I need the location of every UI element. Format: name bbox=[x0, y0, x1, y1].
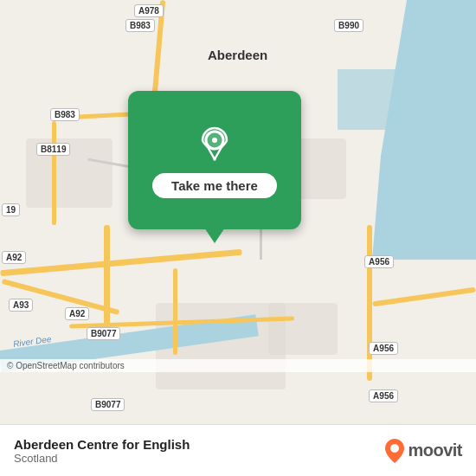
label-a956-bottom: A956 bbox=[369, 342, 398, 355]
label-a19: 19 bbox=[2, 203, 20, 216]
label-b8119: B8119 bbox=[36, 143, 70, 156]
label-a92-mid: A92 bbox=[2, 251, 26, 264]
label-a92-bot: A92 bbox=[65, 307, 89, 320]
label-a93: A93 bbox=[9, 299, 33, 312]
city-label: Aberdeen bbox=[208, 48, 267, 62]
urban-block bbox=[268, 303, 338, 355]
road-a956-vertical bbox=[367, 225, 372, 381]
label-b983-top: B983 bbox=[125, 19, 155, 32]
label-a978: A978 bbox=[134, 4, 164, 17]
location-info: Aberdeen Centre for English Scotland bbox=[14, 437, 190, 465]
map-container: River Dee B990 B983 B983 B8119 19 A92 A9… bbox=[0, 0, 476, 424]
take-me-there-button[interactable]: Take me there bbox=[152, 173, 277, 198]
moovit-logo: moovit bbox=[385, 439, 462, 463]
moovit-brand-text: moovit bbox=[408, 441, 462, 460]
label-a956-bot2: A956 bbox=[369, 389, 398, 402]
road-b8119 bbox=[52, 121, 56, 225]
harbor-water bbox=[338, 69, 407, 130]
label-b9077-right: B9077 bbox=[91, 398, 125, 411]
moovit-pin-icon bbox=[385, 439, 404, 463]
location-title: Aberdeen Centre for English bbox=[14, 437, 190, 452]
road-b9077-vertical bbox=[173, 268, 177, 355]
svg-point-2 bbox=[213, 158, 216, 161]
label-b990: B990 bbox=[334, 19, 363, 32]
location-subtitle: Scotland bbox=[14, 452, 190, 465]
copyright-bar: © OpenStreetMap contributors bbox=[0, 359, 476, 372]
location-pin-icon bbox=[194, 123, 235, 164]
road-a92-vertical bbox=[104, 225, 110, 329]
label-a956-top: A956 bbox=[364, 255, 394, 268]
bottom-bar: Aberdeen Centre for English Scotland moo… bbox=[0, 424, 476, 476]
location-popup-card[interactable]: Take me there bbox=[128, 91, 301, 229]
label-b9077-left: B9077 bbox=[87, 327, 120, 340]
label-b983-mid: B983 bbox=[50, 108, 80, 121]
svg-point-3 bbox=[390, 444, 399, 453]
